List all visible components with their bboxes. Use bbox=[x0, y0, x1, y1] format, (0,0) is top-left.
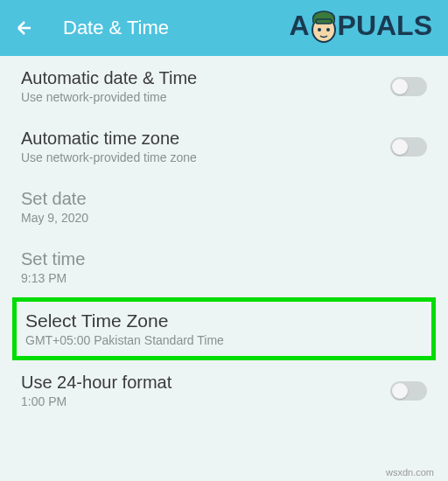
setting-text: Set time 9:13 PM bbox=[21, 249, 427, 285]
toggle-knob bbox=[392, 383, 408, 399]
setting-set-date[interactable]: Set date May 9, 2020 bbox=[0, 177, 448, 237]
setting-title: Use 24-hour format bbox=[21, 373, 390, 393]
setting-text: Set date May 9, 2020 bbox=[21, 189, 427, 225]
setting-auto-date-time[interactable]: Automatic date & Time Use network-provid… bbox=[0, 56, 448, 116]
setting-text: Automatic date & Time Use network-provid… bbox=[21, 68, 390, 104]
setting-set-time[interactable]: Set time 9:13 PM bbox=[0, 237, 448, 297]
toggle-knob bbox=[392, 79, 408, 94]
setting-24-hour-format[interactable]: Use 24-hour format 1:00 PM bbox=[0, 360, 448, 421]
watermark-logo: A PUALS bbox=[289, 7, 432, 44]
settings-list: Automatic date & Time Use network-provid… bbox=[0, 56, 448, 421]
toggle-knob bbox=[392, 139, 408, 155]
setting-subtitle: 9:13 PM bbox=[21, 271, 427, 285]
toggle-24h[interactable] bbox=[390, 381, 427, 401]
setting-subtitle: 1:00 PM bbox=[21, 394, 390, 408]
setting-title: Automatic time zone bbox=[21, 129, 390, 149]
source-watermark: wsxdn.com bbox=[386, 467, 434, 478]
watermark-mascot-icon bbox=[308, 7, 340, 44]
arrow-left-icon bbox=[14, 17, 35, 38]
highlight-select-time-zone[interactable]: Select Time Zone GMT+05:00 Pakistan Stan… bbox=[12, 297, 436, 360]
svg-point-3 bbox=[326, 28, 330, 31]
setting-title: Automatic date & Time bbox=[21, 68, 390, 88]
setting-title: Set date bbox=[21, 189, 427, 209]
setting-subtitle: May 9, 2020 bbox=[21, 211, 427, 225]
setting-subtitle: Use network-provided time zone bbox=[21, 150, 390, 164]
watermark-text-right: PUALS bbox=[338, 10, 432, 42]
back-button[interactable] bbox=[14, 17, 35, 38]
toggle-auto-zone[interactable] bbox=[390, 137, 427, 157]
page-title: Date & Time bbox=[63, 17, 169, 39]
setting-text: Automatic time zone Use network-provided… bbox=[21, 129, 390, 164]
svg-rect-1 bbox=[316, 19, 332, 24]
setting-auto-time-zone[interactable]: Automatic time zone Use network-provided… bbox=[0, 116, 448, 177]
setting-title: Select Time Zone bbox=[25, 310, 423, 331]
toggle-auto-date[interactable] bbox=[390, 77, 427, 96]
setting-subtitle: Use network-provided time bbox=[21, 90, 390, 104]
setting-subtitle: GMT+05:00 Pakistan Standard Time bbox=[25, 333, 423, 347]
setting-title: Set time bbox=[21, 249, 427, 269]
svg-point-2 bbox=[318, 28, 321, 31]
setting-text: Use 24-hour format 1:00 PM bbox=[21, 373, 390, 408]
setting-text: Select Time Zone GMT+05:00 Pakistan Stan… bbox=[25, 310, 423, 347]
watermark-text-left: A bbox=[289, 10, 309, 42]
